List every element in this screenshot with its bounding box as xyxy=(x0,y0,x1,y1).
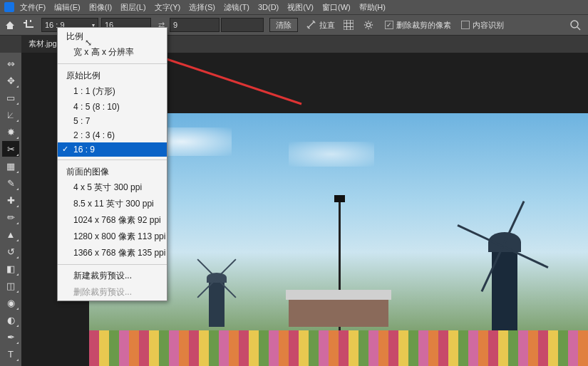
delete-cropped-pixels-label: 删除裁剪的像素 xyxy=(396,20,451,31)
blur-tool[interactable]: ◉ xyxy=(2,295,19,310)
preset-item-new[interactable]: 新建裁剪预设... xyxy=(58,268,167,284)
menu-3d[interactable]: 3D(D) xyxy=(258,3,279,11)
svg-point-1 xyxy=(571,21,578,28)
menu-image[interactable]: 图像(I) xyxy=(89,2,112,13)
frame-tool[interactable]: ▦ xyxy=(2,158,19,174)
preset-item-wxh[interactable]: 宽 x 高 x 分辨率 xyxy=(58,44,167,61)
lasso-tool[interactable]: ⟀ xyxy=(2,107,19,122)
quick-select-tool[interactable]: ✸ xyxy=(2,124,19,140)
straighten-label: 拉直 xyxy=(319,20,335,31)
content-aware-checkbox[interactable]: 内容识别 xyxy=(461,20,504,31)
svg-point-0 xyxy=(366,23,370,26)
overlay-grid-icon[interactable] xyxy=(342,19,355,31)
menu-edit[interactable]: 编辑(E) xyxy=(54,2,81,13)
preset-item-size-4[interactable]: 1366 x 768 像素 135 ppi xyxy=(58,245,167,261)
tool-handles-icon[interactable]: ⇔ xyxy=(2,56,19,71)
preset-item-ratio-3[interactable]: 2 : 3 (4 : 6) xyxy=(58,128,167,142)
menu-type[interactable]: 文字(Y) xyxy=(155,2,181,13)
eyedropper-tool[interactable]: ✎ xyxy=(2,175,19,191)
checkbox-icon xyxy=(461,21,470,29)
preset-item-size-2[interactable]: 1024 x 768 像素 92 ppi xyxy=(58,212,167,229)
path-select-tool[interactable]: ▷ xyxy=(2,363,19,366)
preset-item-size-0[interactable]: 4 x 5 英寸 300 ppi xyxy=(58,179,167,196)
pen-tool[interactable]: ✒ xyxy=(2,329,19,345)
preset-item-size-3[interactable]: 1280 x 800 像素 113 ppi xyxy=(58,229,167,245)
preset-item-size-1[interactable]: 8.5 x 11 英寸 300 ppi xyxy=(58,196,167,212)
dropdown-group-original: 原始比例 xyxy=(58,67,167,83)
dropdown-group-ratio: 比例 xyxy=(58,28,167,44)
stamp-tool[interactable]: ▲ xyxy=(2,226,19,242)
brush-tool[interactable]: ✏ xyxy=(2,209,19,225)
menu-select[interactable]: 选择(S) xyxy=(189,2,215,13)
preset-item-ratio-0[interactable]: 1 : 1 (方形) xyxy=(58,83,167,100)
crop-tool-icon[interactable] xyxy=(23,19,34,31)
type-tool[interactable]: T xyxy=(2,346,19,362)
menu-file[interactable]: 文件(F) xyxy=(20,2,46,13)
preset-item-ratio-2[interactable]: 5 : 7 xyxy=(58,114,167,128)
clear-button[interactable]: 清除 xyxy=(269,18,298,32)
checkbox-icon: ✓ xyxy=(385,21,393,29)
separator xyxy=(58,63,167,64)
content-aware-label: 内容识别 xyxy=(473,20,504,31)
gradient-tool[interactable]: ◫ xyxy=(2,278,19,293)
app-logo-icon xyxy=(4,2,14,12)
crop-settings-icon[interactable] xyxy=(362,19,375,31)
menu-bar: 文件(F) 编辑(E) 图像(I) 图层(L) 文字(Y) 选择(S) 滤镜(T… xyxy=(0,0,588,14)
heal-tool[interactable]: ✚ xyxy=(2,192,19,208)
crop-resolution-input[interactable] xyxy=(221,18,264,32)
move-tool[interactable]: ✥ xyxy=(2,73,19,88)
dodge-tool[interactable]: ◐ xyxy=(2,312,19,328)
preset-item-ratio-4[interactable]: 16 : 9 xyxy=(58,142,167,157)
dropdown-group-front-image: 前面的图像 xyxy=(58,163,167,179)
preset-item-ratio-1[interactable]: 4 : 5 (8 : 10) xyxy=(58,100,167,114)
marquee-tool[interactable]: ▭ xyxy=(2,90,19,105)
separator xyxy=(58,264,167,265)
menu-help[interactable]: 帮助(H) xyxy=(359,2,386,13)
menu-window[interactable]: 窗口(W) xyxy=(322,2,351,13)
preset-item-delete[interactable]: 删除裁剪预设... xyxy=(58,284,167,300)
eraser-tool[interactable]: ◧ xyxy=(2,261,19,276)
crop-tool[interactable]: ✂ xyxy=(2,141,19,157)
menu-layer[interactable]: 图层(L) xyxy=(120,2,145,13)
home-icon[interactable] xyxy=(4,20,16,30)
menu-view[interactable]: 视图(V) xyxy=(287,2,314,13)
tools-panel: ⇔ ✥ ▭ ⟀ ✸ ✂ ▦ ✎ ✚ ✏ ▲ ↺ ◧ ◫ ◉ ◐ ✒ T ▷ xyxy=(0,53,21,366)
history-brush-tool[interactable]: ↺ xyxy=(2,244,19,259)
menu-filter[interactable]: 滤镜(T) xyxy=(224,2,249,13)
crop-preset-dropdown: ⤡ 比例 宽 x 高 x 分辨率 原始比例 1 : 1 (方形) 4 : 5 (… xyxy=(57,27,167,301)
delete-cropped-pixels-checkbox[interactable]: ✓ 删除裁剪的像素 xyxy=(385,20,451,31)
straighten-icon[interactable] xyxy=(305,19,318,31)
separator xyxy=(58,160,167,160)
crop-height-input[interactable] xyxy=(170,18,220,32)
search-icon[interactable] xyxy=(569,19,581,31)
